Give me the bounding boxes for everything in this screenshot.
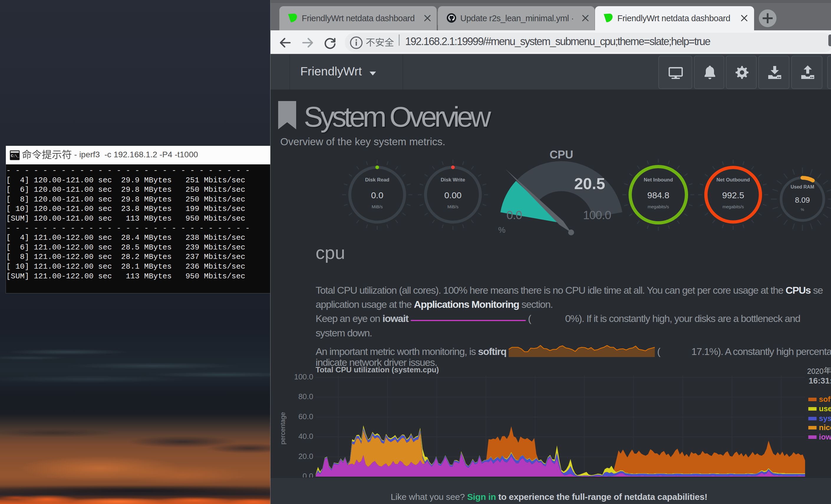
svg-text:Disk Write: Disk Write <box>441 177 465 183</box>
svg-text:MiB/s: MiB/s <box>447 204 459 209</box>
svg-text:100.0: 100.0 <box>583 209 611 221</box>
svg-text:Net Outbound: Net Outbound <box>716 177 750 183</box>
svg-text:984.8: 984.8 <box>647 190 669 200</box>
svg-text:Net Inbound: Net Inbound <box>643 177 673 183</box>
svg-text:megabits/s: megabits/s <box>722 204 744 209</box>
svg-text:%: % <box>801 207 804 212</box>
svg-text:Used RAM: Used RAM <box>791 184 814 189</box>
svg-text:megabits/s: megabits/s <box>648 204 669 209</box>
svg-text:20.5: 20.5 <box>574 175 605 192</box>
svg-text:8.09: 8.09 <box>795 196 810 204</box>
svg-text:%: % <box>498 225 506 235</box>
svg-text:Disk Read: Disk Read <box>365 177 389 183</box>
svg-text:0.00: 0.00 <box>445 190 461 200</box>
svg-text:CPU: CPU <box>550 148 573 161</box>
svg-text:0.0: 0.0 <box>507 209 522 221</box>
svg-text:992.5: 992.5 <box>722 190 744 200</box>
svg-text:MiB/s: MiB/s <box>372 204 383 209</box>
svg-text:0.0: 0.0 <box>371 190 383 200</box>
